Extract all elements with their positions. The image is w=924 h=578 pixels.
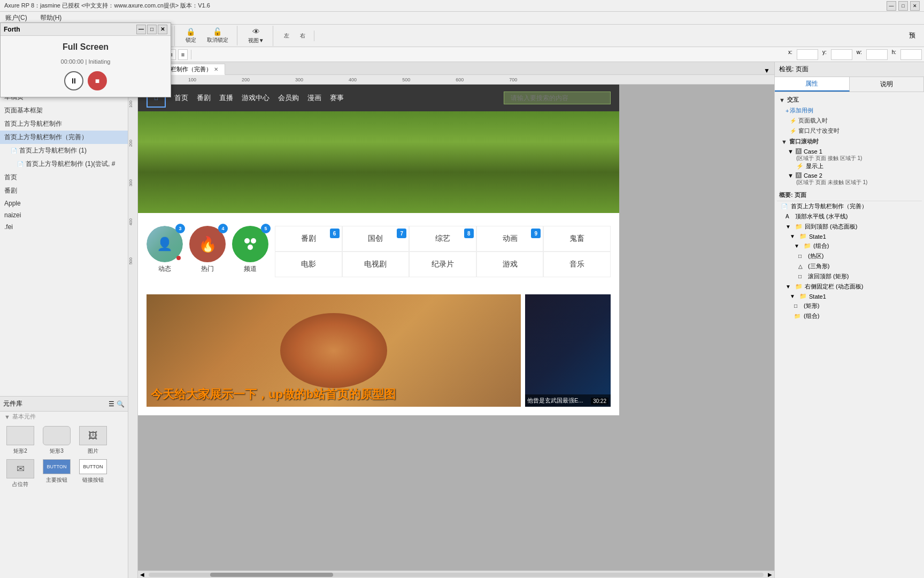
ov-scroll-rect[interactable]: □ 滚回顶部 (矩形) bbox=[777, 271, 922, 282]
page-item-nav[interactable]: 首页上方导航栏制作 bbox=[0, 117, 128, 131]
toolbar-unlock-btn[interactable]: 🔓 取消锁定 bbox=[203, 26, 233, 45]
ov-state1-2[interactable]: ▼ 📁 State1 bbox=[777, 292, 922, 301]
interactions-header[interactable]: ▼ 交互 bbox=[777, 94, 922, 105]
event-window-resize[interactable]: ⚡ 窗口尺寸改变时 bbox=[777, 126, 922, 136]
ov-rect[interactable]: □ (矩形) bbox=[777, 301, 922, 311]
cat-documentary[interactable]: 纪录片 bbox=[409, 252, 476, 277]
event-scroll-header[interactable]: ▼ 窗口滚动时 bbox=[777, 136, 922, 147]
right-tab-props[interactable]: 属性 bbox=[775, 77, 850, 92]
comp-rect3[interactable]: 矩形3 bbox=[41, 426, 73, 455]
scroll-right-btn[interactable]: ▶ bbox=[766, 572, 774, 577]
page-item-anime[interactable]: 番剧 bbox=[0, 184, 128, 197]
toolbar-lock-btn[interactable]: 🔒 锁定 bbox=[181, 26, 201, 45]
pause-button[interactable]: ⏸ bbox=[64, 71, 83, 90]
page-item-apple[interactable]: Apple bbox=[0, 197, 128, 209]
toolbar-preview-btn[interactable]: 预 bbox=[909, 31, 920, 40]
case1-header[interactable]: ▼ 🅰 Case 1 (区域于 页面 接触 区域于 1) ⚡ 显示上 bbox=[786, 147, 922, 171]
cat-original[interactable]: 7 国创 bbox=[342, 226, 410, 252]
page-item-fei[interactable]: .fei bbox=[0, 221, 128, 233]
page-item-naizei[interactable]: naizei bbox=[0, 209, 128, 221]
ov-triangle[interactable]: △ (三角形) bbox=[777, 261, 922, 271]
comp-menu-icon[interactable]: ☰ bbox=[109, 400, 114, 408]
menu-item-account[interactable]: 账户(C) bbox=[2, 12, 30, 24]
ov-hline[interactable]: A 顶部水平线 (水平线) bbox=[777, 211, 922, 222]
comp-search-icon[interactable]: 🔍 bbox=[117, 400, 125, 408]
align-right-button[interactable]: ≡ bbox=[178, 49, 188, 60]
ov-group2[interactable]: 📁 (组合) bbox=[777, 311, 922, 321]
y-input[interactable] bbox=[831, 49, 852, 60]
video-thumb[interactable]: 他曾是玄武国最强E... 30:22 bbox=[525, 294, 611, 407]
cat-anime[interactable]: 6 番剧 bbox=[275, 226, 342, 252]
comp-image[interactable]: 🖼 图片 bbox=[77, 426, 109, 455]
video-main[interactable]: 今天给大家展示一下，up做的b站首页的原型图 bbox=[147, 294, 521, 407]
floating-min-button[interactable]: — bbox=[136, 25, 146, 34]
overview-header: 概要: 页面 bbox=[777, 189, 922, 201]
page-item-nav-1[interactable]: 📄 首页上方导航栏制作 (1) bbox=[0, 144, 128, 157]
nav-comic[interactable]: 漫画 bbox=[307, 93, 321, 103]
ov-page-label: 首页上方导航栏制作（完善） bbox=[791, 202, 867, 210]
nav-search-input[interactable] bbox=[504, 92, 611, 104]
toolbar-left-btn[interactable]: 左 bbox=[280, 31, 294, 41]
ov-backtop[interactable]: ▼ 📁 回到顶部 (动态面板) bbox=[777, 222, 922, 232]
nav-esports[interactable]: 赛事 bbox=[330, 93, 344, 103]
ov-page-root[interactable]: 📄 首页上方导航栏制作（完善） bbox=[777, 201, 922, 211]
stop-button[interactable]: ■ bbox=[88, 71, 107, 90]
comp-section-dropdown[interactable]: ▼ 基本元件 bbox=[0, 412, 128, 422]
page-item-home[interactable]: 首页 bbox=[0, 171, 128, 184]
cat-variety[interactable]: 8 综艺 bbox=[409, 226, 476, 252]
ov-state1[interactable]: ▼ 📁 State1 bbox=[777, 232, 922, 241]
nav-vip[interactable]: 会员购 bbox=[278, 93, 299, 103]
comp-placeholder[interactable]: ✉ 占位符 bbox=[4, 459, 36, 488]
cat-movie[interactable]: 电影 bbox=[275, 252, 342, 277]
ov-hotzone[interactable]: □ (热区) bbox=[777, 251, 922, 261]
cat-music[interactable]: 音乐 bbox=[543, 252, 611, 277]
floating-max-button[interactable]: □ bbox=[147, 25, 157, 34]
nav-live[interactable]: 直播 bbox=[219, 93, 233, 103]
page-item-nav-1-try[interactable]: 📄 首页上方导航栏制作 (1)(尝试, # bbox=[0, 157, 128, 171]
w-input[interactable] bbox=[866, 49, 888, 60]
comp-link-btn-label: 链接按钮 bbox=[82, 476, 104, 484]
icon-dynamic[interactable]: 👤 3 动态 bbox=[147, 226, 183, 273]
page-item-framework[interactable]: 页面基本框架 bbox=[0, 104, 128, 117]
format-separator-3 bbox=[191, 50, 191, 59]
event-scroll-label: 窗口滚动时 bbox=[789, 138, 819, 146]
tab-dropdown-btn[interactable]: ▼ bbox=[764, 67, 774, 74]
icon-hot[interactable]: 🔥 4 热门 bbox=[189, 226, 226, 273]
toolbar-right-btn[interactable]: 右 bbox=[296, 31, 310, 41]
comp-primary-btn[interactable]: BUTTON 主要按钮 bbox=[41, 459, 73, 488]
nav-anime[interactable]: 番剧 bbox=[197, 93, 211, 103]
comp-rect2[interactable]: 矩形2 bbox=[4, 426, 36, 455]
close-button[interactable]: ✕ bbox=[910, 1, 920, 11]
tab-close-icon[interactable]: ✕ bbox=[214, 66, 218, 72]
nav-game[interactable]: 游戏中心 bbox=[242, 93, 270, 103]
ov-right-panel[interactable]: ▼ 📁 右侧固定栏 (动态面板) bbox=[777, 282, 922, 292]
event-page-load[interactable]: ⚡ 页面载入时 bbox=[777, 116, 922, 126]
add-case-btn[interactable]: + 添加用例 bbox=[777, 105, 922, 116]
x-input[interactable] bbox=[797, 49, 818, 60]
cat-ghost[interactable]: 鬼畜 bbox=[543, 226, 611, 252]
toolbar-view-btn[interactable]: 👁 视图▼ bbox=[244, 26, 268, 46]
maximize-button[interactable]: □ bbox=[898, 1, 908, 11]
icon-channel[interactable]: 5 频道 bbox=[232, 226, 268, 273]
cat-animation[interactable]: 9 动画 bbox=[476, 226, 544, 252]
cat-variety-label: 综艺 bbox=[435, 234, 450, 244]
ov-group[interactable]: ▼ 📁 (组合) bbox=[777, 241, 922, 251]
h-scrollbar[interactable]: ◀ ▶ bbox=[138, 571, 774, 578]
right-tab-notes[interactable]: 说明 bbox=[850, 77, 925, 92]
nav-home[interactable]: 首页 bbox=[174, 93, 188, 103]
ruler-marks-h: 0 100 200 300 400 500 600 700 bbox=[138, 77, 774, 82]
h-input[interactable] bbox=[900, 49, 922, 60]
cat-tv[interactable]: 电视剧 bbox=[342, 252, 410, 277]
comp-link-btn[interactable]: BUTTON 链接按钮 bbox=[77, 459, 109, 488]
scroll-left-btn[interactable]: ◀ bbox=[138, 572, 147, 577]
cat-game[interactable]: 游戏 bbox=[476, 252, 544, 277]
minimize-button[interactable]: — bbox=[887, 1, 896, 11]
page-item-nav-complete[interactable]: 首页上方导航栏制作（完善） bbox=[0, 131, 128, 144]
floating-close-button[interactable]: ✕ bbox=[158, 25, 167, 34]
menu-item-help[interactable]: 帮助(H) bbox=[37, 12, 65, 24]
toolbar-group-view: 👁 视图▼ bbox=[244, 26, 273, 46]
case2-header[interactable]: ▼ 🅰 Case 2 (区域于 页面 未接触 区域于 1) bbox=[786, 171, 922, 187]
comp-primary-btn-shape: BUTTON bbox=[43, 459, 71, 474]
banner bbox=[138, 111, 619, 213]
ov-hline-icon: A bbox=[786, 214, 793, 219]
